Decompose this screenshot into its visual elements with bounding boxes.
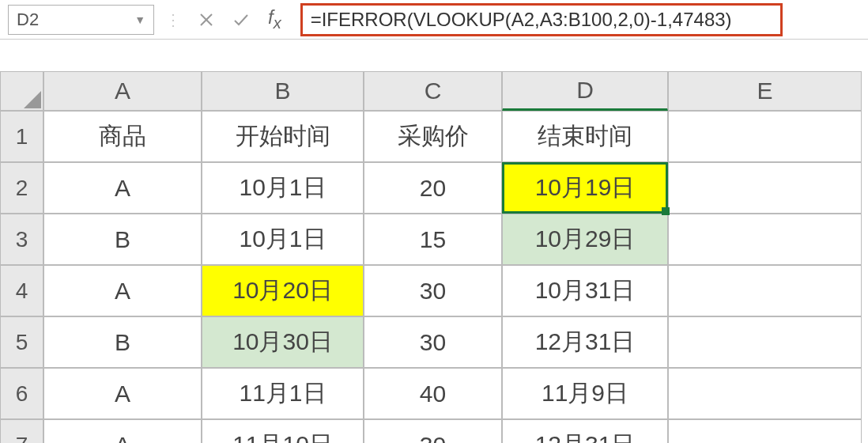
cancel-button[interactable] (192, 6, 221, 34)
cell-E6[interactable] (668, 368, 862, 419)
cell-A2[interactable]: A (43, 162, 202, 214)
cell-C2[interactable]: 20 (364, 162, 502, 214)
cell-B2[interactable]: 10月1日 (202, 162, 364, 214)
col-header-E[interactable]: E (668, 71, 862, 111)
row-header-3[interactable]: 3 (0, 214, 43, 265)
cell-C4[interactable]: 30 (364, 265, 502, 316)
cell-B6[interactable]: 11月1日 (202, 368, 364, 419)
cell-C7[interactable]: 30 (364, 419, 502, 443)
cell-E4[interactable] (668, 265, 862, 316)
cell-A5[interactable]: B (43, 316, 202, 368)
spreadsheet-grid: A B C D E 1 商品 开始时间 采购价 结束时间 2 A 10月1日 2… (0, 71, 868, 443)
cell-E2[interactable] (668, 162, 862, 214)
cell-D5[interactable]: 12月31日 (502, 316, 668, 368)
formula-input[interactable]: =IFERROR(VLOOKUP(A2,A3:B100,2,0)-1,47483… (300, 3, 783, 36)
x-icon (198, 12, 214, 28)
cell-A7[interactable]: A (43, 419, 202, 443)
cell-D6[interactable]: 11月9日 (502, 368, 668, 419)
select-all-corner[interactable] (0, 71, 43, 111)
cell-B4[interactable]: 10月20日 (202, 265, 364, 316)
cell-D2[interactable]: 10月19日 (502, 162, 668, 214)
fx-label[interactable]: fx (262, 6, 288, 32)
cell-E3[interactable] (668, 214, 862, 265)
check-icon (232, 10, 251, 29)
cell-C5[interactable]: 30 (364, 316, 502, 368)
cell-D1[interactable]: 结束时间 (502, 111, 668, 162)
cell-C1[interactable]: 采购价 (364, 111, 502, 162)
cell-reference: D2 (17, 9, 39, 30)
col-header-C[interactable]: C (364, 71, 502, 111)
col-header-B[interactable]: B (202, 71, 364, 111)
cell-A3[interactable]: B (43, 214, 202, 265)
row-header-7[interactable]: 7 (0, 419, 43, 443)
confirm-button[interactable] (227, 6, 255, 34)
cell-E5[interactable] (668, 316, 862, 368)
cell-A1[interactable]: 商品 (43, 111, 202, 162)
cell-A6[interactable]: A (43, 368, 202, 419)
cell-E1[interactable] (668, 111, 862, 162)
row-header-6[interactable]: 6 (0, 368, 43, 419)
name-box[interactable]: D2 ▼ (8, 5, 154, 35)
row-header-5[interactable]: 5 (0, 316, 43, 368)
cell-B5[interactable]: 10月30日 (202, 316, 364, 368)
cell-D3[interactable]: 10月29日 (502, 214, 668, 265)
col-header-A[interactable]: A (43, 71, 202, 111)
col-header-D[interactable]: D (502, 71, 668, 111)
cell-A4[interactable]: A (43, 265, 202, 316)
row-header-2[interactable]: 2 (0, 162, 43, 214)
cell-B1[interactable]: 开始时间 (202, 111, 364, 162)
formula-bar: D2 ▼ ⋮ fx =IFERROR(VLOOKUP(A2,A3:B100,2,… (0, 0, 868, 40)
cell-B3[interactable]: 10月1日 (202, 214, 364, 265)
cell-E7[interactable] (668, 419, 862, 443)
row-header-1[interactable]: 1 (0, 111, 43, 162)
divider: ⋮ (160, 10, 186, 29)
cell-C3[interactable]: 15 (364, 214, 502, 265)
row-header-4[interactable]: 4 (0, 265, 43, 316)
cell-D4[interactable]: 10月31日 (502, 265, 668, 316)
cell-B7[interactable]: 11月10日 (202, 419, 364, 443)
cell-D7[interactable]: 12月31日 (502, 419, 668, 443)
dropdown-icon[interactable]: ▼ (134, 13, 145, 26)
cell-C6[interactable]: 40 (364, 368, 502, 419)
